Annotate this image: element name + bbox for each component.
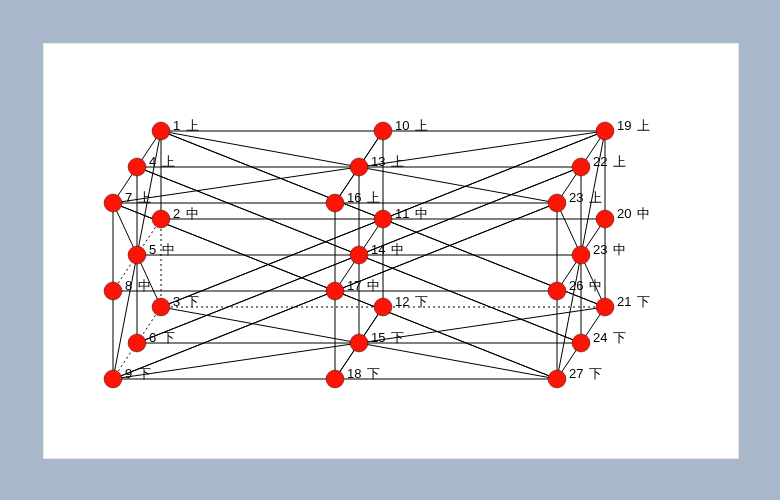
node-number: 18 (347, 366, 361, 381)
node-number: 27 (569, 366, 583, 381)
node-suffix: 中 (138, 278, 151, 293)
node-dot (128, 246, 146, 264)
node-number: 2 (173, 206, 180, 221)
nodes: 1上10上19上2中11中20中3下12下21下4上13上22上5中14中23中… (104, 118, 650, 388)
node-suffix: 上 (162, 154, 175, 169)
node-suffix: 中 (589, 278, 602, 293)
node-dot (548, 194, 566, 212)
node-suffix: 下 (138, 366, 151, 381)
node-dot (152, 122, 170, 140)
node-number: 12 (395, 294, 409, 309)
node-dot (350, 158, 368, 176)
node-dot (152, 298, 170, 316)
node-number: 23 (569, 190, 583, 205)
node-number: 23 (593, 242, 607, 257)
node-dot (152, 210, 170, 228)
node-26-中: 26中 (548, 278, 602, 300)
node-dot (104, 194, 122, 212)
node-suffix: 下 (637, 294, 650, 309)
node-suffix: 下 (391, 330, 404, 345)
node-suffix: 下 (162, 330, 175, 345)
node-suffix: 下 (589, 366, 602, 381)
node-suffix: 上 (391, 154, 404, 169)
node-suffix: 上 (637, 118, 650, 133)
node-27-下: 27下 (548, 366, 602, 388)
node-11-中: 11中 (374, 206, 428, 228)
node-suffix: 中 (613, 242, 626, 257)
node-suffix: 中 (186, 206, 199, 221)
node-dot (374, 122, 392, 140)
node-suffix: 上 (613, 154, 626, 169)
node-dot (326, 370, 344, 388)
node-dot (104, 370, 122, 388)
node-dot (104, 282, 122, 300)
node-23-中: 23中 (572, 242, 626, 264)
node-6-下: 6下 (128, 330, 175, 352)
diagram-canvas: 1上10上19上2中11中20中3下12下21下4上13上22上5中14中23中… (43, 43, 739, 459)
node-21-下: 21下 (596, 294, 650, 316)
node-number: 4 (149, 154, 156, 169)
node-15-下: 15下 (350, 330, 404, 352)
node-dot (572, 158, 590, 176)
node-dot (596, 298, 614, 316)
node-number: 1 (173, 118, 180, 133)
node-number: 3 (173, 294, 180, 309)
node-dot (350, 246, 368, 264)
node-number: 10 (395, 118, 409, 133)
node-number: 22 (593, 154, 607, 169)
node-17-中: 17中 (326, 278, 380, 300)
node-dot (128, 158, 146, 176)
node-number: 13 (371, 154, 385, 169)
node-dot (596, 122, 614, 140)
node-23-上: 23上 (548, 190, 602, 212)
node-18-下: 18下 (326, 366, 380, 388)
node-suffix: 上 (415, 118, 428, 133)
node-dot (596, 210, 614, 228)
node-dot (548, 370, 566, 388)
node-suffix: 中 (162, 242, 175, 257)
node-number: 6 (149, 330, 156, 345)
node-suffix: 中 (367, 278, 380, 293)
node-number: 15 (371, 330, 385, 345)
node-2-中: 2中 (152, 206, 199, 228)
node-dot (374, 210, 392, 228)
node-suffix: 上 (138, 190, 151, 205)
node-dot (374, 298, 392, 316)
node-dot (326, 194, 344, 212)
node-10-上: 10上 (374, 118, 428, 140)
node-suffix: 上 (186, 118, 199, 133)
lattice-diagram: 1上10上19上2中11中20中3下12下21下4上13上22上5中14中23中… (44, 44, 738, 458)
node-8-中: 8中 (104, 278, 151, 300)
node-suffix: 下 (186, 294, 199, 309)
node-number: 21 (617, 294, 631, 309)
node-number: 20 (617, 206, 631, 221)
node-14-中: 14中 (350, 242, 404, 264)
node-20-中: 20中 (596, 206, 650, 228)
node-12-下: 12下 (374, 294, 428, 316)
node-5-中: 5中 (128, 242, 175, 264)
node-dot (572, 246, 590, 264)
node-number: 16 (347, 190, 361, 205)
node-suffix: 下 (415, 294, 428, 309)
node-24-下: 24下 (572, 330, 626, 352)
node-19-上: 19上 (596, 118, 650, 140)
node-number: 7 (125, 190, 132, 205)
node-number: 9 (125, 366, 132, 381)
node-suffix: 中 (391, 242, 404, 257)
node-dot (128, 334, 146, 352)
node-number: 14 (371, 242, 385, 257)
node-16-上: 16上 (326, 190, 380, 212)
node-13-上: 13上 (350, 154, 404, 176)
node-suffix: 中 (637, 206, 650, 221)
node-suffix: 下 (613, 330, 626, 345)
node-number: 8 (125, 278, 132, 293)
node-suffix: 上 (367, 190, 380, 205)
node-suffix: 上 (589, 190, 602, 205)
node-suffix: 下 (367, 366, 380, 381)
node-9-下: 9下 (104, 366, 151, 388)
node-dot (572, 334, 590, 352)
node-dot (326, 282, 344, 300)
node-number: 17 (347, 278, 361, 293)
node-dot (548, 282, 566, 300)
node-number: 19 (617, 118, 631, 133)
